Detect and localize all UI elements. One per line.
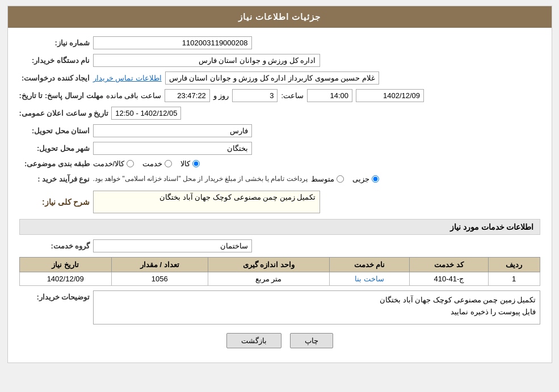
nooe-farayand-label: نوع فرآیند خرید : bbox=[19, 175, 93, 183]
sharh-row: شرح کلی نیاز: تکمیل زمین چمن مصنوعی کوچک… bbox=[19, 191, 540, 213]
radio-kala-khedmat-item: کالا/خدمت bbox=[93, 159, 135, 168]
col-radif: ردیف bbox=[488, 258, 540, 272]
radio-khedmat[interactable] bbox=[165, 160, 172, 167]
dastgah-label: نام دستگاه خریدار: bbox=[19, 56, 93, 65]
radio-kala-label: کالا bbox=[180, 159, 190, 168]
radio-jozi-item: جزیی bbox=[352, 175, 379, 183]
ijad-label: ایجاد کننده درخواست: bbox=[19, 74, 93, 82]
shomara-value: 1102003119000208 bbox=[93, 36, 252, 49]
col-date: تاریخ نیاز bbox=[19, 258, 111, 272]
radio-kala-item: کالا bbox=[180, 159, 200, 168]
radio-motavasset-item: متوسط bbox=[311, 175, 344, 183]
date-value: 1402/12/09 bbox=[356, 89, 424, 102]
tabaqe-radio-group: کالا/خدمت خدمت کالا bbox=[93, 159, 200, 168]
radio-motavasset-label: متوسط bbox=[311, 175, 334, 183]
tarikh-ilan-label: تاریخ و ساعت اعلان عمومی: bbox=[19, 109, 112, 117]
ostan-label: استان محل تحویل: bbox=[19, 127, 93, 135]
nooe-farayand-row: نوع فرآیند خرید : پرداخت تامام یا بخشی ا… bbox=[19, 172, 540, 185]
sharh-value: تکمیل زمین چمن مصنوعی کوچک جهان آباد بخت… bbox=[93, 191, 320, 213]
tarikh-ilan-row: تاریخ و ساعت اعلان عمومی: 1402/12/05 - 1… bbox=[19, 107, 540, 120]
shahr-row: شهر محل تحویل: بختگان bbox=[19, 142, 540, 155]
sharh-label: شرح کلی نیاز: bbox=[19, 197, 93, 206]
col-code: کد خدمت bbox=[410, 258, 488, 272]
notice-text: پرداخت تامام یا بخشی از مبلغ خریدار از م… bbox=[93, 172, 308, 185]
shomara-row: شماره نیاز: 1102003119000208 bbox=[19, 36, 540, 49]
table-row: 1 ج-41-410 ساخت بنا متر مربع 1056 1402/1… bbox=[19, 272, 540, 286]
ostan-value: فارس bbox=[93, 124, 252, 137]
cell-date: 1402/12/09 bbox=[19, 272, 111, 286]
desc-row: توضیحات خریدار: تکمیل زمین چمن مصنوعی کو… bbox=[19, 290, 540, 324]
rooz-value: 3 bbox=[232, 89, 278, 102]
tarikh-ilan-value: 1402/12/05 - 12:50 bbox=[111, 107, 181, 120]
back-button[interactable]: بازگشت bbox=[226, 333, 281, 348]
saaat-mande-label: ساعت باقی مانده bbox=[106, 91, 161, 100]
ijad-row: ایجاد کننده درخواست: اطلاعات تماس خریدار… bbox=[19, 71, 540, 85]
page-container: جزئیات اطلاعات نیاز شماره نیاز: 11020031… bbox=[7, 6, 552, 363]
radio-khedmat-label: خدمت bbox=[142, 159, 162, 168]
shahr-value: بختگان bbox=[93, 142, 252, 155]
cell-code: ج-41-410 bbox=[410, 272, 488, 286]
content-area: شماره نیاز: 1102003119000208 نام دستگاه … bbox=[8, 28, 552, 363]
desc-label: توضیحات خریدار: bbox=[19, 290, 93, 301]
mohlat-label: مهلت ارسال پاسخ: تا تاریخ: bbox=[19, 91, 106, 100]
services-table-container: ردیف کد خدمت نام خدمت واحد اندازه گیری ت… bbox=[19, 257, 540, 286]
col-unit: واحد اندازه گیری bbox=[208, 258, 329, 272]
col-name: نام خدمت bbox=[329, 258, 410, 272]
radio-motavasset[interactable] bbox=[337, 175, 344, 183]
time-value: 14:00 bbox=[307, 89, 352, 102]
mohlat-inline: ساعت باقی مانده 23:47:22 روز و 3 ساعت: 1… bbox=[106, 89, 424, 102]
gorooh-row: گروه خدمت: ساختمان bbox=[19, 239, 540, 252]
ijad-value: غلام حسین موسوی کاربرداز اداره کل ورزش و… bbox=[165, 71, 379, 85]
cell-unit: متر مربع bbox=[208, 272, 329, 286]
services-table: ردیف کد خدمت نام خدمت واحد اندازه گیری ت… bbox=[19, 257, 540, 286]
time-label: ساعت: bbox=[281, 91, 304, 100]
etelaat-link[interactable]: اطلاعات تماس خریدار bbox=[93, 74, 162, 82]
gorooh-label: گروه خدمت: bbox=[19, 242, 93, 250]
tabaqe-row: طبقه بندی موضوعی: کالا/خدمت خدمت کالا bbox=[19, 159, 540, 168]
radio-khedmat-item: خدمت bbox=[142, 159, 172, 168]
desc-value: تکمیل زمین چمن مصنوعی کوچک جهان آباد بخت… bbox=[93, 290, 540, 324]
page-header: جزئیات اطلاعات نیاز bbox=[8, 6, 552, 28]
ostan-row: استان محل تحویل: فارس bbox=[19, 124, 540, 137]
dastgah-value: اداره کل ورزش و جوانان استان فارس bbox=[93, 54, 320, 67]
tabaqe-label: طبقه بندی موضوعی: bbox=[19, 159, 93, 168]
shomara-label: شماره نیاز: bbox=[19, 39, 93, 47]
radio-jozi-label: جزیی bbox=[352, 175, 369, 183]
radio-kala-khedmat-label: کالا/خدمت bbox=[93, 159, 125, 168]
cell-count: 1056 bbox=[111, 272, 208, 286]
rooz-label: روز و bbox=[213, 91, 229, 100]
header-title: جزئیات اطلاعات نیاز bbox=[238, 12, 321, 22]
buttons-row: بازگشت چاپ bbox=[19, 333, 540, 348]
col-count: تعداد / مقدار bbox=[111, 258, 208, 272]
shahr-label: شهر محل تحویل: bbox=[19, 144, 93, 153]
print-button[interactable]: چاپ bbox=[290, 333, 333, 348]
ijad-inline: اطلاعات تماس خریدار غلام حسین موسوی کارب… bbox=[93, 71, 379, 85]
section2-title: اطلاعات خدمات مورد نیاز bbox=[19, 219, 540, 235]
farayand-radio-group: متوسط جزیی bbox=[311, 175, 379, 183]
mohlat-row: مهلت ارسال پاسخ: تا تاریخ: ساعت باقی مان… bbox=[19, 89, 540, 102]
saaat-mande-value: 23:47:22 bbox=[165, 89, 210, 102]
radio-kala-khedmat[interactable] bbox=[127, 160, 134, 167]
radio-kala[interactable] bbox=[192, 160, 200, 167]
gorooh-value: ساختمان bbox=[93, 239, 252, 252]
dastgah-row: نام دستگاه خریدار: اداره کل ورزش و جوانا… bbox=[19, 54, 540, 67]
nooe-farayand-inline: پرداخت تامام یا بخشی از مبلغ خریدار از م… bbox=[93, 172, 379, 185]
cell-name: ساخت بنا bbox=[329, 272, 410, 286]
radio-jozi[interactable] bbox=[372, 175, 379, 183]
cell-radif: 1 bbox=[488, 272, 540, 286]
